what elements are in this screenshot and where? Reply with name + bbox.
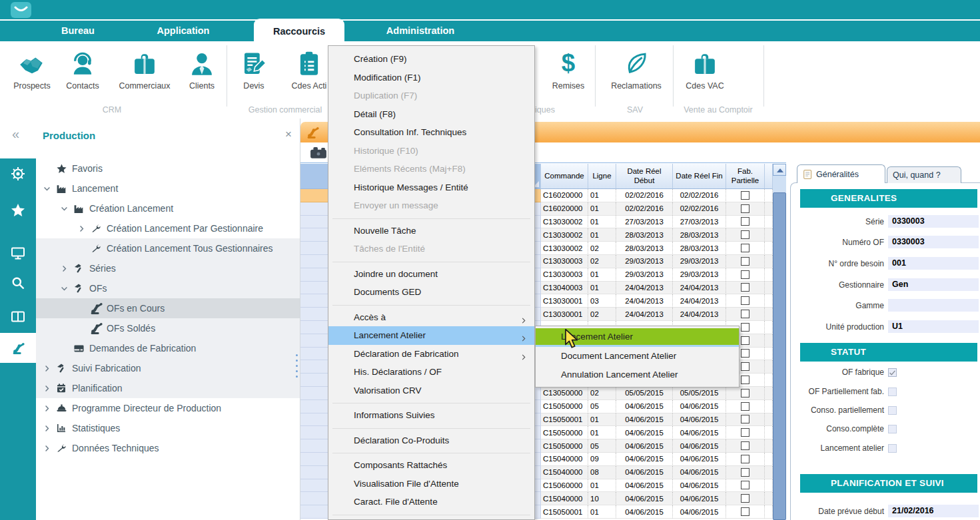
tab-application[interactable]: Application (128, 21, 239, 41)
tab-administration[interactable]: Administration (360, 21, 481, 41)
tree-item-creation-lancement-par-gestionnaire[interactable]: Création Lancement Par Gestionnaire (36, 218, 300, 238)
fab-partielle-checkbox[interactable] (741, 217, 749, 226)
fab-partielle-checkbox[interactable] (741, 362, 749, 371)
tree-item-creation-lancement-tous-gestionnaires[interactable]: Création Lancement Tous Gestionnaires (36, 238, 300, 258)
menu-item-documents-ged[interactable]: Documents GED (328, 283, 534, 302)
menu-item-consultation-inf-techniques[interactable]: Consultation Inf. Techniques (328, 123, 534, 142)
fab-partielle-checkbox[interactable] (741, 336, 749, 345)
scrollbar-thumb[interactable] (773, 192, 786, 520)
menu-item-his-declarations-of[interactable]: His. Déclarations / OF (328, 363, 534, 382)
menu-item-envoyer-un-message[interactable]: Envoyer un message (328, 196, 534, 215)
tree-item-programme-directeur-de-production[interactable]: Programme Directeur de Production (36, 398, 300, 418)
tree-item-lancement[interactable]: Lancement (36, 178, 300, 198)
menu-item-informations-suivies[interactable]: Informations Suivies (328, 406, 534, 425)
fab-partielle-checkbox[interactable] (741, 415, 749, 423)
menu-item-elements-recents-maj-f8[interactable]: Eléments Récents (Maj+F8) (328, 160, 534, 178)
ribbon-item-remises[interactable]: $Remises (536, 47, 600, 91)
checkbox-lancement-atelier[interactable] (888, 444, 897, 453)
rail-item-monitor-icon[interactable] (0, 243, 36, 263)
fab-partielle-checkbox[interactable] (741, 323, 749, 332)
menu-item-creation-f9[interactable]: Création (F9) (328, 50, 534, 69)
field-value-gamme[interactable] (888, 299, 979, 312)
checkbox-conso-partiellement[interactable] (888, 406, 897, 415)
ribbon-item-cdes-vac[interactable]: Cdes VAC (673, 47, 737, 91)
checkbox-conso-complete[interactable] (888, 425, 897, 433)
chevron-down-icon[interactable] (40, 184, 53, 193)
column-header-fab-partielle[interactable]: Fab. Partielle (726, 164, 765, 189)
chevron-right-icon[interactable] (40, 364, 53, 373)
scroll-up-button[interactable] (773, 164, 786, 176)
sidebar-splitter-handle[interactable] (296, 351, 298, 381)
fab-partielle-checkbox[interactable] (741, 349, 749, 358)
tree-item-ofs[interactable]: OFs (36, 278, 300, 298)
tab-bureau[interactable]: Bureau (28, 21, 128, 41)
fab-partielle-checkbox[interactable] (741, 191, 749, 200)
ribbon-item-devis[interactable]: Devis (222, 47, 286, 91)
menu-item-caract-file-d-attente[interactable]: Caract. File d'Attente (328, 493, 534, 511)
tree-item-demandes-de-fabrication[interactable]: Demandes de Fabrication (36, 338, 300, 358)
menu-item-declaration-co-produits[interactable]: Déclaration Co-Produits (328, 431, 534, 450)
fab-partielle-checkbox[interactable] (741, 376, 749, 384)
rail-item-search-icon[interactable] (0, 273, 36, 293)
panel-tab-generalites[interactable]: Généralités (797, 164, 885, 183)
tree-item-planification[interactable]: Planification (36, 378, 300, 398)
menu-item-declaration-de-fabrication[interactable]: Déclaration de Fabrication (328, 345, 534, 364)
chevron-right-icon[interactable] (40, 424, 53, 433)
menu-item-historique-messages-entite[interactable]: Historique Messages / Entité (328, 178, 534, 197)
field-value-numero-of[interactable]: 0330003 (888, 236, 979, 248)
fab-partielle-checkbox[interactable] (741, 204, 749, 213)
field-value-date-prevue-debut[interactable]: 21/02/2016 (888, 505, 979, 517)
fab-partielle-checkbox[interactable] (741, 270, 749, 279)
fab-partielle-checkbox[interactable] (741, 481, 749, 489)
chevron-down-icon[interactable] (57, 284, 71, 293)
chevron-right-icon[interactable] (40, 384, 53, 393)
ribbon-item-reclamations[interactable]: Reclamations (604, 47, 668, 91)
chevron-right-icon[interactable] (57, 264, 71, 273)
tab-raccourcis[interactable]: Raccourcis (254, 19, 344, 41)
fab-partielle-checkbox[interactable] (741, 455, 749, 463)
fab-partielle-checkbox[interactable] (741, 441, 749, 450)
tree-item-ofs-en-cours[interactable]: OFs en Cours (36, 298, 300, 318)
tree-item-suivi-fabrication[interactable]: Suivi Fabrication (36, 358, 300, 378)
checkbox-of-fabrique[interactable] (888, 368, 897, 377)
fab-partielle-checkbox[interactable] (741, 244, 749, 252)
rail-item-columns-icon[interactable] (0, 307, 36, 327)
submenu-item-annulation-lancement-atelier[interactable]: Annulation Lancement Atelier (536, 366, 739, 384)
menu-item-acces-a[interactable]: Accès à (328, 308, 534, 327)
chevron-right-icon[interactable] (40, 404, 53, 413)
collapse-sidebar-button[interactable]: « (12, 127, 19, 142)
fab-partielle-checkbox[interactable] (741, 257, 749, 266)
tree-item-donnees-techniques[interactable]: Données Techniques (36, 438, 300, 458)
fab-partielle-checkbox[interactable] (741, 468, 749, 477)
checkbox-of-partiellement-fab[interactable] (888, 388, 897, 396)
menu-item-modification-f1[interactable]: Modification (F1) (328, 69, 534, 87)
close-sidebar-icon[interactable]: × (285, 128, 292, 141)
tree-item-series[interactable]: Séries (36, 258, 300, 278)
fab-partielle-checkbox[interactable] (741, 507, 749, 516)
fab-partielle-checkbox[interactable] (741, 283, 749, 292)
fab-partielle-checkbox[interactable] (741, 230, 749, 239)
field-value-unite-production[interactable]: U1 (888, 320, 979, 333)
menu-item-nouvelle-tache[interactable]: Nouvelle Tâche (328, 222, 534, 240)
rail-item-star-icon[interactable] (0, 200, 36, 220)
menu-item-valorisation-crv[interactable]: Valorisation CRV (328, 382, 534, 400)
ribbon-item-commerciaux[interactable]: Commerciaux (113, 47, 177, 91)
menu-item-detail-f8[interactable]: Détail (F8) (328, 105, 534, 124)
tree-item-statistiques[interactable]: Statistiques (36, 418, 300, 438)
column-header-date-reel-fin[interactable]: Date Réel Fin (673, 164, 726, 189)
tree-item-creation-lancement[interactable]: Création Lancement (36, 198, 300, 218)
chevron-right-icon[interactable] (75, 224, 88, 233)
ribbon-item-contacts[interactable]: Contacts (51, 47, 115, 91)
tree-item-ofs-soldes[interactable]: OFs Soldés (36, 318, 300, 338)
vertical-scrollbar[interactable] (773, 164, 786, 520)
chevron-down-icon[interactable] (57, 204, 71, 213)
fab-partielle-checkbox[interactable] (741, 310, 749, 318)
menu-item-joindre-un-document[interactable]: Joindre un document (328, 265, 534, 284)
menu-item-historique-f10[interactable]: Historique (F10) (328, 142, 534, 160)
fab-partielle-checkbox[interactable] (741, 428, 749, 437)
fab-partielle-checkbox[interactable] (741, 402, 749, 411)
field-value-gestionnaire[interactable]: Gen (888, 278, 979, 291)
field-value-serie[interactable]: 0330003 (888, 215, 979, 228)
field-value-n-ordre-besoin[interactable]: 001 (888, 257, 979, 270)
tree-item-favoris[interactable]: Favoris (36, 158, 300, 178)
